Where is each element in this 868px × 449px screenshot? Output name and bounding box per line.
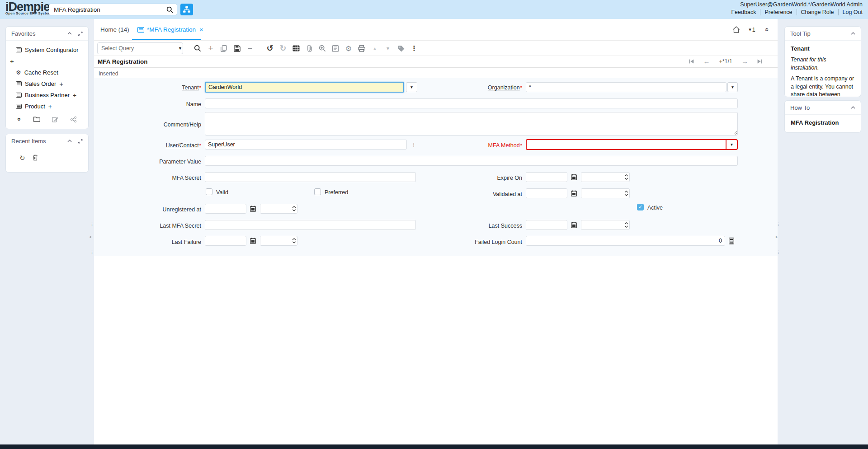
tab-mfa-registration[interactable]: *MFA Registration × — [137, 19, 203, 40]
left-splitter-dots[interactable]: ⋮ — [90, 250, 94, 254]
favorite-item-sales-order[interactable]: Sales Order + — [6, 78, 88, 89]
last-success-time-input[interactable] — [581, 220, 623, 229]
more-options-icon[interactable]: ⋮ — [409, 42, 420, 54]
report-icon[interactable] — [330, 42, 341, 54]
caret-down-icon[interactable]: ▼ — [178, 43, 183, 54]
mfa-secret-field[interactable] — [205, 172, 416, 182]
last-failure-time-input[interactable] — [260, 236, 291, 245]
save-record-icon[interactable] — [231, 42, 242, 54]
name-field[interactable] — [205, 98, 738, 108]
user-contact-field[interactable] — [205, 140, 407, 150]
right-splitter-collapse-icon[interactable]: ▸ — [776, 235, 778, 239]
calendar-icon[interactable] — [569, 172, 578, 182]
collapse-panel-icon[interactable] — [851, 106, 855, 109]
logout-link[interactable]: Log Out — [838, 9, 863, 15]
process-gear-icon[interactable]: ⚙ — [343, 42, 354, 54]
attachment-icon[interactable] — [304, 42, 315, 54]
right-splitter-dots[interactable]: ⋮ — [776, 222, 780, 226]
preference-link[interactable]: Preference — [760, 9, 796, 15]
calculator-icon[interactable] — [728, 236, 735, 245]
previous-record-icon[interactable]: ← — [703, 57, 710, 65]
grid-toggle-icon[interactable] — [291, 42, 302, 54]
tenant-field[interactable] — [205, 82, 404, 93]
favorite-item-cache-reset[interactable]: ⚙ Cache Reset — [6, 67, 88, 78]
unregistered-at-time-input[interactable] — [260, 204, 291, 213]
search-icon[interactable] — [166, 6, 173, 13]
folder-icon[interactable] — [33, 117, 40, 122]
parent-record-icon[interactable]: ▴ — [369, 42, 380, 54]
add-node-icon[interactable]: + — [59, 80, 63, 88]
undo-icon[interactable]: ↺ — [264, 42, 275, 54]
expire-on-date-field[interactable] — [526, 172, 567, 182]
time-spinner[interactable] — [291, 236, 297, 245]
collapse-panel-icon[interactable] — [851, 32, 855, 35]
last-mfa-secret-field[interactable] — [205, 220, 416, 230]
trash-icon[interactable] — [33, 154, 38, 161]
last-failure-date-field[interactable] — [205, 236, 246, 246]
calendar-icon[interactable] — [569, 220, 578, 230]
detail-record-icon[interactable]: ▾ — [382, 42, 393, 54]
collapse-panel-icon[interactable] — [67, 32, 72, 35]
expand-all-icon[interactable]: » — [16, 117, 23, 121]
select-query-input[interactable] — [98, 45, 178, 51]
delete-record-icon[interactable]: − — [245, 42, 255, 54]
label-tag-icon[interactable] — [396, 42, 406, 54]
home-icon[interactable] — [732, 26, 740, 33]
zoom-across-icon[interactable] — [317, 42, 328, 54]
time-spinner[interactable] — [291, 204, 297, 213]
active-checkbox[interactable]: ✓ — [637, 204, 644, 210]
organization-dropdown-button[interactable]: ▼ — [727, 82, 738, 92]
comment-help-field[interactable] — [205, 112, 738, 136]
change-role-link[interactable]: Change Role — [797, 9, 838, 15]
add-node-icon[interactable]: + — [48, 103, 52, 110]
select-query-combobox[interactable]: ▼ — [97, 42, 183, 54]
share-icon[interactable] — [71, 117, 76, 122]
add-node-icon[interactable]: + — [73, 92, 76, 99]
valid-checkbox[interactable]: ✓ — [206, 188, 212, 195]
tenant-dropdown-button[interactable]: ▼ — [406, 82, 417, 92]
expire-on-time-input[interactable] — [581, 173, 623, 182]
feedback-link[interactable]: Feedback — [727, 9, 760, 15]
window-list-dropdown[interactable]: ▾ 1 — [749, 27, 755, 33]
global-search-input[interactable] — [53, 6, 166, 14]
failed-login-count-field[interactable] — [526, 236, 725, 246]
edit-document-icon[interactable] — [52, 117, 58, 122]
calendar-icon[interactable] — [569, 188, 578, 198]
favorite-tree-expand[interactable]: + — [6, 56, 88, 67]
preferred-checkbox[interactable]: ✓ — [314, 188, 321, 195]
parameter-value-field[interactable] — [205, 156, 738, 166]
close-tab-icon[interactable]: × — [199, 26, 203, 33]
new-record-icon[interactable]: + — [205, 42, 216, 54]
calendar-icon[interactable] — [248, 236, 257, 246]
mfa-method-field[interactable] — [527, 140, 726, 149]
collapse-panel-icon[interactable] — [67, 140, 72, 142]
user-contact-more-button[interactable]: ⋮ — [410, 140, 418, 149]
global-search[interactable] — [49, 4, 177, 15]
right-splitter-dots[interactable]: ⋮ — [776, 250, 780, 254]
unregistered-at-date-field[interactable] — [205, 204, 246, 214]
tab-home[interactable]: Home (14) — [100, 19, 129, 40]
favorite-item-system-configurator[interactable]: System Configurator — [6, 44, 88, 56]
left-splitter-collapse-icon[interactable]: ◂ — [89, 235, 91, 239]
menu-tree-button[interactable] — [180, 4, 193, 15]
validated-at-time-input[interactable] — [581, 189, 623, 198]
first-record-icon[interactable] — [689, 59, 694, 64]
last-success-date-field[interactable] — [526, 220, 567, 230]
mfa-method-dropdown-button[interactable]: ▼ — [726, 140, 737, 149]
refresh-icon[interactable]: ↻ — [19, 154, 25, 161]
organization-field[interactable] — [526, 82, 726, 92]
expand-panel-icon[interactable] — [78, 139, 83, 144]
last-record-icon[interactable] — [757, 59, 762, 64]
favorite-item-business-partner[interactable]: Business Partner + — [6, 89, 88, 101]
validated-at-date-field[interactable] — [526, 188, 567, 198]
print-icon[interactable] — [356, 42, 367, 54]
find-record-icon[interactable] — [192, 42, 203, 54]
expand-panel-icon[interactable] — [78, 31, 83, 36]
requery-icon[interactable]: ↻ — [278, 42, 288, 54]
collapse-all-icon[interactable]: » — [762, 28, 769, 31]
copy-record-icon[interactable] — [218, 42, 229, 54]
time-spinner[interactable] — [623, 189, 629, 198]
next-record-icon[interactable]: → — [741, 57, 748, 65]
time-spinner[interactable] — [623, 173, 629, 182]
calendar-icon[interactable] — [248, 204, 257, 214]
